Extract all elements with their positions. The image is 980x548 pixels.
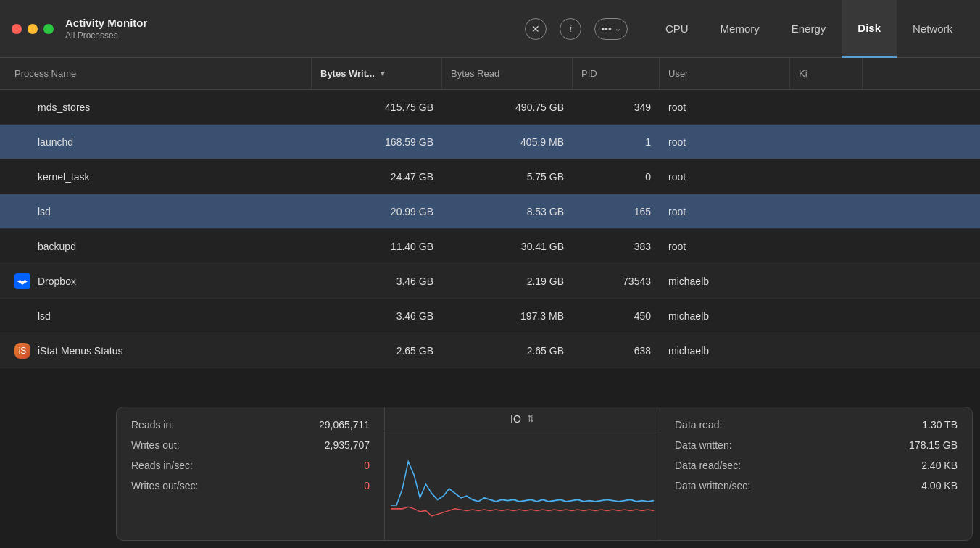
data-written-label: Data written: <box>675 439 732 451</box>
reads-in-sec-value: 0 <box>364 460 370 471</box>
cell-bytes-written: 20.99 GB <box>312 206 442 217</box>
table-row[interactable]: iS iStat Menus Status 2.65 GB 2.65 GB 63… <box>0 333 980 368</box>
cell-pid: 1 <box>573 136 660 148</box>
info-icon-button[interactable]: i <box>560 18 581 40</box>
tab-bar: CPU Memory Energy Disk Network <box>649 0 968 58</box>
cell-process-name: mds_stores <box>0 101 312 113</box>
info-icon: i <box>569 23 572 35</box>
dropbox-icon <box>14 273 30 289</box>
chart-selector-icon[interactable]: ⇅ <box>527 414 534 424</box>
writes-out-value: 2,935,707 <box>325 439 370 451</box>
cell-process-name: launchd <box>0 136 312 148</box>
cell-process-name: backupd <box>0 241 312 252</box>
cell-user: michaelb <box>660 310 790 322</box>
reads-in-sec-row: Reads in/sec: 0 <box>131 460 370 471</box>
data-read-sec-value: 2.40 KB <box>921 460 958 471</box>
stats-right: Data read: 1.30 TB Data written: 178.15 … <box>660 407 972 540</box>
cell-user: root <box>660 171 790 183</box>
cell-process-name: Dropbox <box>0 273 312 289</box>
cell-bytes-written: 2.65 GB <box>312 345 442 357</box>
col-header-bytes-read[interactable]: Bytes Read <box>442 58 573 89</box>
chart-area: IO ⇅ <box>385 407 660 540</box>
cell-pid: 383 <box>573 241 660 252</box>
cell-bytes-written: 168.59 GB <box>312 136 442 148</box>
minimize-button[interactable] <box>28 24 38 34</box>
cell-bytes-read: 2.19 GB <box>442 275 573 287</box>
cell-bytes-read: 8.53 GB <box>442 206 573 217</box>
cell-user: root <box>660 206 790 217</box>
cell-user: root <box>660 101 790 113</box>
toolbar-icons: ✕ i ••• ⌄ <box>525 18 628 40</box>
istat-icon: iS <box>14 343 30 359</box>
tab-memory[interactable]: Memory <box>705 0 776 58</box>
col-header-ki[interactable]: Ki <box>790 58 863 89</box>
data-read-label: Data read: <box>675 419 722 431</box>
table-row[interactable]: Dropbox 3.46 GB 2.19 GB 73543 michaelb <box>0 264 980 299</box>
io-chart-svg <box>391 434 654 534</box>
close-icon-button[interactable]: ✕ <box>525 18 547 40</box>
more-options-button[interactable]: ••• ⌄ <box>594 18 628 40</box>
traffic-lights <box>12 24 54 34</box>
cell-bytes-read: 405.9 MB <box>442 136 573 148</box>
data-read-sec-label: Data read/sec: <box>675 460 741 471</box>
tab-cpu[interactable]: CPU <box>649 0 705 58</box>
data-read-value: 1.30 TB <box>922 419 958 431</box>
stats-left: Reads in: 29,065,711 Writes out: 2,935,7… <box>117 407 385 540</box>
cell-bytes-written: 3.46 GB <box>312 275 442 287</box>
cell-pid: 73543 <box>573 275 660 287</box>
tab-energy[interactable]: Energy <box>776 0 842 58</box>
cell-process-name: lsd <box>0 206 312 217</box>
cell-bytes-read: 5.75 GB <box>442 171 573 183</box>
table-row[interactable]: backupd 11.40 GB 30.41 GB 383 root <box>0 229 980 264</box>
table-row[interactable]: mds_stores 415.75 GB 490.75 GB 349 root <box>0 90 980 125</box>
cell-bytes-read: 197.3 MB <box>442 310 573 322</box>
tab-network[interactable]: Network <box>897 0 968 58</box>
table-row[interactable]: kernel_task 24.47 GB 5.75 GB 0 root <box>0 159 980 194</box>
data-written-sec-row: Data written/sec: 4.00 KB <box>675 480 958 491</box>
writes-out-row: Writes out: 2,935,707 <box>131 439 370 451</box>
app-title-block: Activity Monitor All Processes <box>65 17 147 41</box>
chart-canvas <box>385 431 660 540</box>
chart-header: IO ⇅ <box>385 407 660 431</box>
app-title: Activity Monitor <box>65 17 147 29</box>
cell-pid: 349 <box>573 101 660 113</box>
data-written-sec-value: 4.00 KB <box>921 480 958 491</box>
data-written-value: 178.15 GB <box>909 439 958 451</box>
chevron-down-icon: ⌄ <box>615 24 621 33</box>
dots-icon: ••• <box>601 23 612 35</box>
writes-out-label: Writes out: <box>131 439 180 451</box>
titlebar: Activity Monitor All Processes ✕ i ••• ⌄… <box>0 0 980 58</box>
reads-in-row: Reads in: 29,065,711 <box>131 419 370 431</box>
app-subtitle: All Processes <box>65 30 147 41</box>
col-header-process-name[interactable]: Process Name <box>0 58 312 89</box>
table-row[interactable]: launchd 168.59 GB 405.9 MB 1 root <box>0 125 980 159</box>
table-row[interactable]: lsd 20.99 GB 8.53 GB 165 root <box>0 194 980 229</box>
tab-disk[interactable]: Disk <box>842 0 897 58</box>
cell-pid: 0 <box>573 171 660 183</box>
reads-in-value: 29,065,711 <box>319 419 370 431</box>
column-header-row: Process Name Bytes Writ... ▼ Bytes Read … <box>0 58 980 90</box>
col-header-pid[interactable]: PID <box>573 58 660 89</box>
cell-pid: 165 <box>573 206 660 217</box>
process-table: mds_stores 415.75 GB 490.75 GB 349 root … <box>0 90 980 368</box>
cell-process-name: lsd <box>0 310 312 322</box>
cell-process-name: iS iStat Menus Status <box>0 343 312 359</box>
cell-bytes-read: 2.65 GB <box>442 345 573 357</box>
close-button[interactable] <box>12 24 22 34</box>
col-header-bytes-written[interactable]: Bytes Writ... ▼ <box>312 58 442 89</box>
writes-out-sec-row: Writes out/sec: 0 <box>131 480 370 491</box>
cell-pid: 450 <box>573 310 660 322</box>
x-icon: ✕ <box>531 23 540 35</box>
cell-bytes-read: 490.75 GB <box>442 101 573 113</box>
bottom-panel: Reads in: 29,065,711 Writes out: 2,935,7… <box>116 407 973 541</box>
fullscreen-button[interactable] <box>43 24 54 34</box>
cell-bytes-read: 30.41 GB <box>442 241 573 252</box>
table-row[interactable]: lsd 3.46 GB 197.3 MB 450 michaelb <box>0 299 980 333</box>
col-header-user[interactable]: User <box>660 58 790 89</box>
cell-process-name: kernel_task <box>0 171 312 183</box>
cell-bytes-written: 415.75 GB <box>312 101 442 113</box>
cell-user: root <box>660 136 790 148</box>
sort-arrow-icon: ▼ <box>379 70 386 78</box>
chart-label: IO <box>510 413 521 425</box>
cell-bytes-written: 24.47 GB <box>312 171 442 183</box>
